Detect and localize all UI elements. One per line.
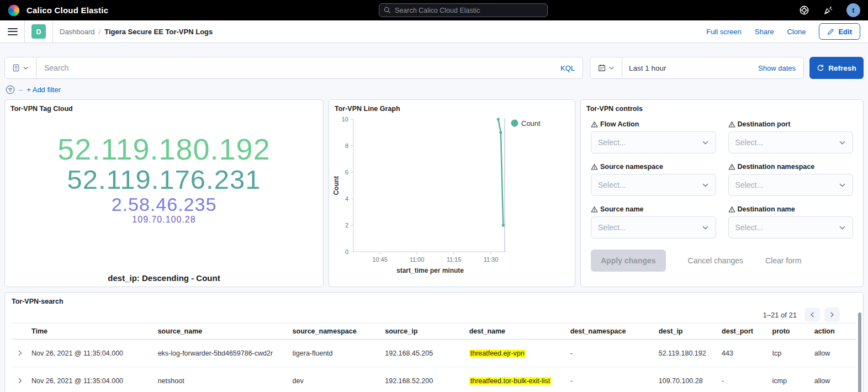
select-dropdown[interactable]: Select... [728, 131, 854, 153]
select-dropdown[interactable]: Select... [728, 216, 854, 239]
warning-icon [591, 121, 598, 128]
chevron-right-icon [829, 311, 835, 318]
svg-text:11:15: 11:15 [447, 256, 462, 263]
add-filter-link[interactable]: + Add filter [27, 86, 61, 94]
search-placeholder: Search [44, 63, 68, 72]
user-avatar[interactable]: t [846, 3, 860, 17]
calendar-menu-button[interactable] [590, 57, 622, 78]
control-field-label: Source namespace [591, 163, 716, 171]
column-header[interactable]: dest_name [469, 327, 570, 335]
breadcrumb-separator: / [99, 28, 101, 36]
table-cell: - [570, 349, 659, 357]
column-header[interactable]: Time [31, 327, 158, 335]
control-field-label: Destination port [728, 120, 854, 128]
chevron-down-icon [702, 224, 709, 231]
tag-cloud-term[interactable]: 52.119.180.192 [57, 133, 270, 165]
tag-cloud-term[interactable]: 2.58.46.235 [112, 194, 217, 215]
controls-grid: Flow ActionSelect...Destination portSele… [581, 113, 863, 239]
breadcrumb-root[interactable]: Dashboard [60, 28, 95, 36]
table-cell: 109.70.100.28 [659, 377, 722, 385]
kql-search-input[interactable]: Search KQL [36, 57, 583, 79]
pagination-label: 1–21 of 21 [763, 311, 797, 319]
filter-in-circle-icon[interactable] [6, 85, 15, 94]
column-header[interactable]: dest_namespace [570, 327, 659, 335]
refresh-button[interactable]: Refresh [809, 57, 864, 79]
control-field: Destination nameSelect... [728, 205, 854, 239]
select-dropdown[interactable]: Select... [591, 131, 716, 153]
dashboard-badge[interactable]: D [31, 24, 46, 39]
table-cell: eks-log-forwarder-5bd4659786-cwd2r [158, 349, 293, 357]
expand-row-icon[interactable] [17, 349, 24, 357]
refresh-icon [817, 64, 824, 72]
breadcrumb-bar: D Dashboard / Tigera Secure EE Tor-VPN L… [0, 20, 868, 43]
panel-title: Tor-VPN controls [581, 100, 863, 113]
saved-query-menu-button[interactable] [4, 57, 36, 79]
expand-row-icon[interactable] [17, 377, 24, 384]
control-field-label: Destination name [728, 205, 854, 213]
column-header[interactable]: proto [772, 327, 814, 335]
clear-form-button[interactable]: Clear form [765, 256, 801, 265]
table-cell: tcp [772, 349, 814, 357]
show-dates-link[interactable]: Show dates [758, 64, 796, 72]
chevron-left-icon [809, 311, 816, 318]
cancel-changes-button[interactable]: Cancel changes [688, 256, 743, 265]
select-dropdown[interactable]: Select... [591, 174, 716, 196]
warning-icon [728, 121, 735, 128]
global-search-input[interactable]: Search Calico Cloud Elastic [379, 3, 548, 17]
select-dropdown[interactable]: Select... [591, 216, 716, 239]
svg-text:4: 4 [345, 195, 348, 202]
control-field: Destination namespaceSelect... [728, 163, 854, 196]
edit-button[interactable]: Edit [819, 23, 860, 40]
column-header[interactable]: source_namespace [293, 327, 385, 335]
controls-panel: Tor-VPN controls Flow ActionSelect...Des… [580, 99, 864, 287]
vertical-scrollbar[interactable] [858, 312, 861, 392]
control-field-label: Flow Action [591, 120, 716, 128]
table-cell: 52.119.180.192 [659, 349, 722, 357]
clone-link[interactable]: Clone [787, 28, 806, 36]
line-graph-panel: Tor-VPN Line Graph 024681010:4511:0011:1… [329, 99, 575, 287]
next-page-button[interactable] [824, 308, 840, 322]
table-cell: allow [814, 377, 856, 385]
control-field-label: Source name [591, 205, 716, 213]
table-cell: Nov 26, 2021 @ 11:35:04.000 [31, 349, 158, 357]
table-header-row: Timesource_namesource_namespacesource_ip… [12, 323, 856, 340]
column-header[interactable]: dest_ip [659, 327, 722, 335]
chevron-down-icon [702, 182, 709, 189]
table-cell: 443 [722, 349, 772, 357]
svg-text:Count: Count [332, 176, 340, 195]
column-header[interactable]: source_ip [385, 327, 469, 335]
control-field-label: Destination namespace [728, 163, 854, 171]
svg-text:11:30: 11:30 [484, 256, 499, 263]
breadcrumb: Dashboard / Tigera Secure EE Tor-VPN Log… [60, 28, 213, 36]
news-party-popper-icon[interactable] [823, 5, 833, 15]
kql-button[interactable]: KQL [555, 64, 575, 72]
chevron-down-icon [839, 139, 846, 146]
column-header[interactable]: action [814, 327, 856, 335]
table-cell: Nov 26, 2021 @ 11:35:04.000 [31, 377, 158, 385]
help-lifebuoy-icon[interactable] [799, 5, 809, 15]
tag-cloud-term[interactable]: 52.119.176.231 [67, 165, 261, 194]
time-range-value[interactable]: Last 1 hour [629, 64, 666, 72]
svg-text:10:45: 10:45 [372, 256, 388, 263]
chevron-down-icon [608, 65, 615, 71]
previous-page-button[interactable] [805, 308, 820, 322]
column-header[interactable]: dest_port [722, 327, 772, 335]
controls-buttons: Apply changes Cancel changes Clear form [581, 239, 863, 272]
select-dropdown[interactable]: Select... [728, 174, 854, 196]
full-screen-link[interactable]: Full screen [706, 28, 742, 36]
tag-cloud-panel: Tor-VPN Tag Cloud 52.119.180.19252.119.1… [4, 99, 324, 287]
column-header[interactable]: source_name [158, 327, 293, 335]
filter-dash: – [19, 86, 23, 94]
filter-row: – + Add filter [6, 84, 864, 95]
svg-text:2: 2 [345, 222, 348, 229]
control-field: Source namespaceSelect... [591, 163, 716, 196]
elastic-logo[interactable] [8, 4, 20, 17]
share-link[interactable]: Share [755, 28, 774, 36]
saved-query-icon [12, 64, 20, 72]
apply-changes-button[interactable]: Apply changes [591, 250, 666, 272]
tag-cloud-term[interactable]: 109.70.100.28 [132, 215, 195, 224]
menu-hamburger-icon[interactable] [8, 28, 18, 35]
warning-icon [728, 163, 735, 171]
control-field: Source nameSelect... [591, 205, 716, 239]
query-bar: Search KQL Last 1 hour Show dates [4, 57, 864, 79]
